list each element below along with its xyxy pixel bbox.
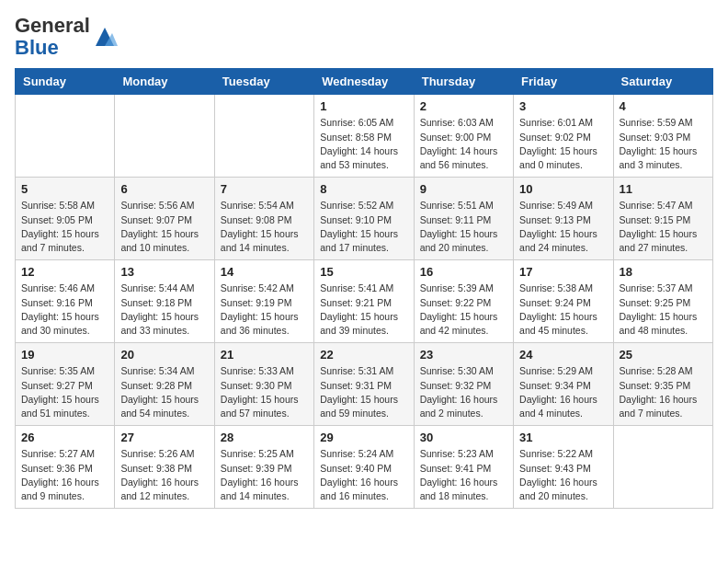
day-number: 1 (320, 99, 407, 113)
day-info-line: Sunset: 9:35 PM (620, 380, 691, 391)
day-info: Sunrise: 5:25 AMSunset: 9:39 PMDaylight:… (221, 447, 308, 503)
day-info-line: Sunrise: 5:27 AM (21, 448, 95, 459)
day-number: 16 (420, 265, 507, 279)
day-info: Sunrise: 6:05 AMSunset: 8:58 PMDaylight:… (320, 116, 407, 172)
day-info-line: and 39 minutes. (320, 325, 389, 336)
calendar-day-cell (214, 95, 313, 178)
day-number: 23 (420, 348, 507, 362)
day-info-line: Sunrise: 5:42 AM (221, 282, 294, 293)
day-info-line: Sunset: 9:02 PM (519, 132, 591, 143)
day-info: Sunrise: 5:34 AMSunset: 9:28 PMDaylight:… (120, 364, 208, 420)
day-info: Sunrise: 5:39 AMSunset: 9:22 PMDaylight:… (420, 282, 507, 338)
day-info: Sunrise: 5:37 AMSunset: 9:25 PMDaylight:… (620, 282, 707, 338)
day-info-line: Daylight: 16 hours (120, 477, 199, 488)
day-info: Sunrise: 5:31 AMSunset: 9:31 PMDaylight:… (320, 364, 407, 420)
calendar-day-cell: 26Sunrise: 5:27 AMSunset: 9:36 PMDayligh… (16, 426, 115, 509)
calendar-day-cell: 6Sunrise: 5:56 AMSunset: 9:07 PMDaylight… (115, 178, 214, 260)
calendar-day-cell: 22Sunrise: 5:31 AMSunset: 9:31 PMDayligh… (314, 343, 414, 426)
day-info-line: Daylight: 15 hours (120, 228, 199, 239)
day-info: Sunrise: 5:51 AMSunset: 9:11 PMDaylight:… (420, 199, 507, 255)
day-info-line: Sunrise: 5:22 AM (519, 448, 593, 459)
day-info-line: and 2 minutes. (420, 408, 483, 419)
day-info-line: Daylight: 15 hours (519, 145, 597, 156)
day-info-line: Sunset: 9:13 PM (519, 214, 591, 225)
day-info-line: and 12 minutes. (120, 490, 189, 501)
day-info-line: Daylight: 15 hours (221, 228, 299, 239)
day-info-line: and 3 minutes. (620, 159, 683, 170)
calendar-day-cell: 21Sunrise: 5:33 AMSunset: 9:30 PMDayligh… (214, 343, 313, 426)
day-info-line: Daylight: 16 hours (420, 394, 498, 405)
day-info-line: Daylight: 15 hours (519, 311, 597, 322)
day-number: 18 (620, 265, 707, 279)
day-info-line: Daylight: 15 hours (120, 394, 199, 405)
day-number: 5 (21, 182, 108, 196)
day-info-line: Daylight: 16 hours (519, 477, 597, 488)
logo-general-text: General (15, 14, 90, 37)
day-info: Sunrise: 6:01 AMSunset: 9:02 PMDaylight:… (519, 116, 607, 172)
day-info-line: and 57 minutes. (221, 408, 290, 419)
calendar-day-cell: 18Sunrise: 5:37 AMSunset: 9:25 PMDayligh… (613, 260, 712, 343)
day-info: Sunrise: 5:38 AMSunset: 9:24 PMDaylight:… (519, 282, 607, 338)
day-number: 24 (519, 348, 607, 362)
day-info-line: Daylight: 16 hours (420, 477, 498, 488)
day-info-line: and 7 minutes. (21, 242, 85, 253)
day-info: Sunrise: 5:26 AMSunset: 9:38 PMDaylight:… (120, 447, 208, 503)
calendar-week-row: 26Sunrise: 5:27 AMSunset: 9:36 PMDayligh… (16, 426, 713, 509)
calendar-day-cell: 3Sunrise: 6:01 AMSunset: 9:02 PMDaylight… (514, 95, 613, 178)
calendar-day-cell (115, 95, 214, 178)
day-info-line: Sunset: 9:40 PM (320, 463, 392, 474)
calendar-week-row: 12Sunrise: 5:46 AMSunset: 9:16 PMDayligh… (16, 260, 713, 343)
weekday-header-cell: Thursday (414, 69, 513, 95)
day-info-line: Daylight: 16 hours (320, 477, 398, 488)
day-info: Sunrise: 5:56 AMSunset: 9:07 PMDaylight:… (120, 199, 208, 255)
day-info: Sunrise: 5:58 AMSunset: 9:05 PMDaylight:… (21, 199, 108, 255)
day-info-line: Sunset: 9:00 PM (420, 132, 492, 143)
weekday-header-cell: Wednesday (314, 69, 414, 95)
calendar-day-cell: 11Sunrise: 5:47 AMSunset: 9:15 PMDayligh… (613, 178, 712, 260)
day-info: Sunrise: 5:28 AMSunset: 9:35 PMDaylight:… (620, 364, 707, 420)
day-info: Sunrise: 5:42 AMSunset: 9:19 PMDaylight:… (221, 282, 308, 338)
day-info-line: Sunrise: 5:24 AM (320, 448, 393, 459)
day-info-line: and 36 minutes. (221, 325, 290, 336)
day-info-line: Daylight: 15 hours (420, 228, 498, 239)
day-info-line: Sunrise: 5:58 AM (21, 200, 95, 211)
logo-icon (92, 24, 118, 50)
day-number: 4 (620, 99, 707, 113)
day-info-line: Sunrise: 5:28 AM (620, 365, 693, 376)
day-info-line: and 33 minutes. (120, 325, 189, 336)
day-info: Sunrise: 5:46 AMSunset: 9:16 PMDaylight:… (21, 282, 108, 338)
calendar-day-cell: 30Sunrise: 5:23 AMSunset: 9:41 PMDayligh… (414, 426, 513, 509)
day-info-line: Daylight: 15 hours (320, 228, 398, 239)
calendar-day-cell (16, 95, 115, 178)
day-info-line: Daylight: 15 hours (221, 394, 299, 405)
day-info-line: Sunset: 9:43 PM (519, 463, 591, 474)
weekday-header-cell: Tuesday (214, 69, 313, 95)
day-number: 9 (420, 182, 507, 196)
day-number: 19 (21, 348, 108, 362)
logo: General Blue (15, 15, 118, 59)
day-info-line: Sunset: 9:36 PM (21, 463, 93, 474)
day-info: Sunrise: 5:24 AMSunset: 9:40 PMDaylight:… (320, 447, 407, 503)
day-number: 15 (320, 265, 407, 279)
day-info-line: Sunset: 9:22 PM (420, 297, 492, 308)
day-number: 6 (120, 182, 208, 196)
day-info-line: Sunset: 9:39 PM (221, 463, 292, 474)
day-info-line: and 18 minutes. (420, 490, 489, 501)
calendar-day-cell: 28Sunrise: 5:25 AMSunset: 9:39 PMDayligh… (214, 426, 313, 509)
weekday-header-cell: Sunday (16, 69, 115, 95)
day-info-line: Sunrise: 6:05 AM (320, 117, 393, 128)
day-number: 28 (221, 431, 308, 444)
day-info-line: Sunrise: 5:52 AM (320, 200, 393, 211)
day-info-line: Sunrise: 5:49 AM (519, 200, 593, 211)
day-number: 26 (21, 431, 108, 444)
calendar-day-cell: 13Sunrise: 5:44 AMSunset: 9:18 PMDayligh… (115, 260, 214, 343)
calendar-day-cell: 10Sunrise: 5:49 AMSunset: 9:13 PMDayligh… (514, 178, 613, 260)
page-header: General Blue (15, 15, 713, 59)
day-info: Sunrise: 5:49 AMSunset: 9:13 PMDaylight:… (519, 199, 607, 255)
day-info-line: Sunrise: 5:39 AM (420, 282, 494, 293)
day-info-line: Daylight: 16 hours (519, 394, 597, 405)
day-info-line: Sunrise: 5:34 AM (120, 365, 194, 376)
day-number: 22 (320, 348, 407, 362)
day-info-line: Sunset: 9:25 PM (620, 297, 691, 308)
day-number: 13 (120, 265, 208, 279)
